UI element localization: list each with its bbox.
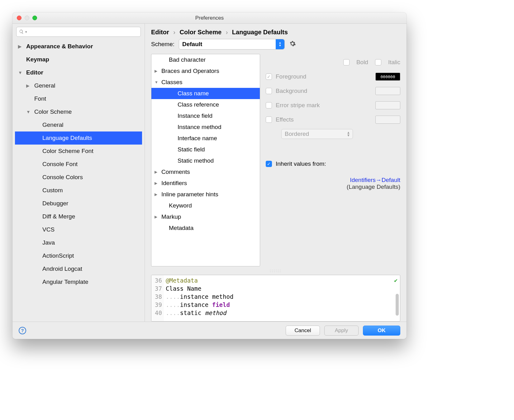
attr-item-braces-and-operators[interactable]: Braces and Operators — [151, 65, 260, 77]
effects-checkbox[interactable] — [266, 117, 272, 123]
crumb-color-scheme[interactable]: Color Scheme — [180, 29, 221, 36]
search-icon — [19, 29, 24, 34]
foreground-checkbox[interactable]: ✓ — [266, 74, 272, 80]
sidebar-item-custom[interactable]: Custom — [15, 184, 142, 197]
sidebar-item-color-scheme-font[interactable]: Color Scheme Font — [15, 145, 142, 158]
bold-checkbox[interactable] — [343, 59, 350, 65]
sidebar-item-label: Angular Template — [42, 279, 88, 285]
chevron-right-icon — [155, 192, 159, 197]
ok-button[interactable]: OK — [363, 326, 400, 336]
attr-item-markup[interactable]: Markup — [151, 211, 260, 222]
inherit-checkbox[interactable]: ✓ — [266, 161, 272, 167]
sidebar-item-keymap[interactable]: Keymap — [15, 53, 142, 66]
attr-item-bad-character[interactable]: Bad character — [151, 54, 260, 65]
chevron-right-icon — [155, 215, 159, 219]
foreground-swatch[interactable]: 000000 — [375, 73, 400, 81]
attr-item-static-field[interactable]: Static field — [151, 144, 260, 155]
crumb-editor[interactable]: Editor — [151, 29, 169, 36]
attr-item-label: Comments — [161, 169, 190, 175]
error-stripe-swatch[interactable] — [375, 101, 400, 109]
help-icon[interactable]: ? — [19, 327, 26, 334]
sidebar-item-console-colors[interactable]: Console Colors — [15, 171, 142, 184]
attr-item-class-reference[interactable]: Class reference — [151, 99, 260, 110]
sidebar-item-language-defaults[interactable]: Language Defaults — [15, 131, 142, 145]
attr-item-label: Keyword — [169, 202, 192, 209]
sidebar-item-editor[interactable]: Editor — [15, 66, 142, 79]
sidebar-item-appearance-behavior[interactable]: Appearance & Behavior — [15, 40, 142, 53]
background-checkbox[interactable] — [266, 88, 272, 94]
cancel-button[interactable]: Cancel — [286, 326, 320, 336]
sidebar-item-label: Language Defaults — [42, 135, 92, 141]
sidebar-item-label: Editor — [26, 69, 43, 76]
crumb-language-defaults: Language Defaults — [232, 29, 288, 36]
attribute-tree[interactable]: Bad characterBraces and OperatorsClasses… — [151, 54, 260, 266]
attr-item-metadata[interactable]: Metadata — [151, 222, 260, 234]
resize-handle-icon[interactable]: :::::: — [145, 269, 407, 273]
select-arrows-icon: ▲▼ — [276, 39, 284, 49]
sidebar-item-diff-merge[interactable]: Diff & Merge — [15, 210, 142, 223]
effects-label: Effects — [276, 116, 294, 123]
sidebar-item-font[interactable]: Font — [15, 92, 142, 105]
sidebar-item-general[interactable]: General — [15, 118, 142, 131]
sidebar-item-label: Android Logcat — [42, 265, 82, 272]
sidebar-item-label: Font — [34, 95, 46, 102]
sidebar-item-color-scheme[interactable]: Color Scheme — [15, 105, 142, 118]
attr-item-label: Instance field — [178, 112, 212, 119]
sidebar-item-console-font[interactable]: Console Font — [15, 158, 142, 171]
inherit-link[interactable]: Identifiers→Default — [350, 177, 400, 183]
scheme-label: Scheme: — [151, 41, 174, 48]
attr-item-label: Metadata — [169, 225, 193, 231]
code: @Metadata Class Name ....instance method… — [151, 275, 400, 317]
attr-item-interface-name[interactable]: Interface name — [151, 133, 260, 144]
main-area: Editor › Color Scheme › Language Default… — [145, 24, 407, 322]
italic-label: Italic — [388, 59, 400, 66]
sidebar-item-general[interactable]: General — [15, 79, 142, 92]
attr-item-static-method[interactable]: Static method — [151, 155, 260, 166]
apply-button: Apply — [324, 326, 359, 336]
sidebar-item-java[interactable]: Java — [15, 236, 142, 249]
attr-item-keyword[interactable]: Keyword — [151, 200, 260, 211]
attr-item-label: Class name — [178, 90, 209, 97]
footer: ? Cancel Apply OK — [12, 322, 407, 339]
inherit-sub: (Language Defaults) — [347, 184, 400, 190]
code-preview[interactable]: 36 37 38 39 40 @Metadata Class Name ....… — [151, 275, 400, 322]
attr-item-instance-method[interactable]: Instance method — [151, 122, 260, 133]
gutter: 36 37 38 39 40 — [151, 275, 164, 321]
attr-item-class-name[interactable]: Class name — [151, 88, 260, 99]
effects-type-select[interactable]: Bordered ▲▼ — [281, 129, 353, 139]
scrollbar[interactable] — [396, 294, 399, 316]
sidebar-item-label: Custom — [42, 187, 63, 194]
attr-item-label: Class reference — [178, 101, 219, 108]
attr-item-instance-field[interactable]: Instance field — [151, 110, 260, 122]
attr-item-label: Inline parameter hints — [161, 191, 218, 198]
inherit-label: Inherit values from: — [276, 160, 326, 167]
sidebar-item-label: Diff & Merge — [42, 213, 75, 220]
attr-item-inline-parameter-hints[interactable]: Inline parameter hints — [151, 189, 260, 200]
attr-item-identifiers[interactable]: Identifiers — [151, 178, 260, 189]
chevron-down-icon — [155, 80, 159, 84]
scheme-select[interactable]: Default ▲▼ — [179, 39, 285, 50]
sidebar-item-label: ActionScript — [42, 252, 74, 259]
gear-icon[interactable] — [289, 40, 296, 49]
search-field[interactable] — [28, 29, 138, 35]
attr-item-label: Classes — [161, 79, 183, 86]
effects-swatch[interactable] — [375, 116, 400, 124]
background-swatch[interactable] — [375, 87, 400, 95]
error-stripe-checkbox[interactable] — [266, 102, 272, 108]
sidebar-item-actionscript[interactable]: ActionScript — [15, 249, 142, 262]
search-input[interactable]: ▾ — [16, 27, 141, 37]
attr-item-comments[interactable]: Comments — [151, 166, 260, 178]
attr-item-label: Markup — [161, 213, 181, 220]
sidebar-item-angular-template[interactable]: Angular Template — [15, 275, 142, 289]
chevron-right-icon — [18, 44, 23, 49]
sidebar-item-android-logcat[interactable]: Android Logcat — [15, 262, 142, 275]
titlebar: Preferences — [12, 12, 407, 24]
sidebar-item-debugger[interactable]: Debugger — [15, 197, 142, 210]
attr-item-classes[interactable]: Classes — [151, 77, 260, 88]
italic-checkbox[interactable] — [375, 59, 381, 65]
scheme-value: Default — [182, 41, 202, 48]
sidebar-item-label: Java — [42, 239, 55, 246]
sidebar-item-vcs[interactable]: VCS — [15, 223, 142, 236]
attr-item-label: Braces and Operators — [161, 68, 219, 74]
chevron-right-icon — [155, 181, 159, 185]
